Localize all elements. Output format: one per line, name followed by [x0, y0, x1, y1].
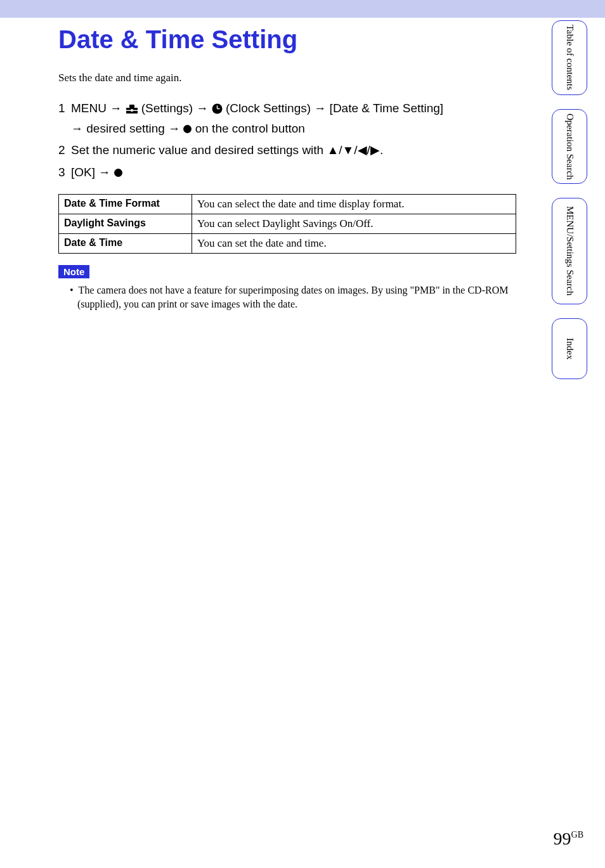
tab-operation-search[interactable]: Operation Search [552, 109, 587, 184]
step-number: 2 [58, 141, 71, 160]
sidebar-tabs: Table of contents Operation Search MENU/… [552, 20, 590, 393]
desired-text: desired setting [86, 122, 168, 135]
step2-text: Set the numeric value and desired settin… [71, 143, 327, 157]
table-row: Daylight Savings You can select Daylight… [59, 214, 516, 234]
step-body: Set the numeric value and desired settin… [71, 141, 516, 160]
bracket-text: [Date & Time Setting] [330, 101, 444, 115]
main-content: Date & Time Setting Sets the date and ti… [58, 25, 516, 311]
top-decorative-band [0, 0, 605, 18]
clock-label: (Clock Settings) [226, 101, 314, 115]
manual-page: Date & Time Setting Sets the date and ti… [0, 0, 605, 868]
note-label: Note [58, 265, 89, 278]
settings-label: (Settings) [141, 101, 197, 115]
setting-name: Daylight Savings [59, 214, 192, 234]
arrow-icon: → [98, 164, 110, 182]
page-title: Date & Time Setting [58, 25, 516, 54]
setting-name: Date & Time Format [59, 195, 192, 214]
intro-text: Sets the date and time again. [58, 72, 516, 84]
settings-table: Date & Time Format You can select the da… [58, 194, 516, 254]
page-number-suffix: GB [571, 830, 583, 839]
step-1: 1 MENU → (Settings) → [58, 100, 516, 138]
center-button-icon [114, 169, 122, 177]
step2-suffix: . [380, 143, 383, 157]
svg-rect-3 [131, 109, 133, 112]
steps-list: 1 MENU → (Settings) → [58, 100, 516, 181]
table-row: Date & Time Format You can select the da… [59, 195, 516, 214]
note-list: The camera does not have a feature for s… [58, 283, 516, 311]
step-number: 3 [58, 164, 71, 182]
svg-rect-1 [129, 105, 134, 108]
arrow-icon: → [196, 100, 208, 118]
ok-text: [OK] [71, 165, 98, 179]
menu-text: MENU [71, 101, 107, 115]
setting-desc: You can select the date and time display… [192, 195, 516, 214]
step-2: 2 Set the numeric value and desired sett… [58, 141, 516, 160]
clock-icon [212, 101, 223, 120]
settings-icon [126, 101, 138, 120]
setting-desc: You can set the date and time. [192, 234, 516, 254]
center-button-icon [183, 125, 192, 133]
tab-index[interactable]: Index [552, 318, 587, 379]
arrow-icon: → [71, 120, 83, 138]
table-row: Date & Time You can set the date and tim… [59, 234, 516, 254]
setting-name: Date & Time [59, 234, 192, 254]
step-body: MENU → (Settings) → [71, 100, 516, 138]
step-3: 3 [OK] → [58, 164, 516, 182]
step-body: [OK] → [71, 164, 516, 182]
arrow-icon: → [110, 100, 122, 118]
arrow-icon: → [314, 100, 326, 118]
arrow-icon: → [168, 120, 180, 138]
setting-desc: You can select Daylight Savings On/Off. [192, 214, 516, 234]
on-button-text: on the control button [195, 122, 305, 135]
page-number-value: 99 [554, 829, 571, 848]
direction-arrows: ▲/▼/◀/▶ [327, 143, 379, 157]
page-number: 99GB [554, 829, 583, 849]
step-number: 1 [58, 100, 71, 138]
tab-menu-settings-search[interactable]: MENU/Settings Search [552, 198, 587, 304]
tab-table-of-contents[interactable]: Table of contents [552, 20, 587, 95]
note-item: The camera does not have a feature for s… [70, 283, 516, 311]
